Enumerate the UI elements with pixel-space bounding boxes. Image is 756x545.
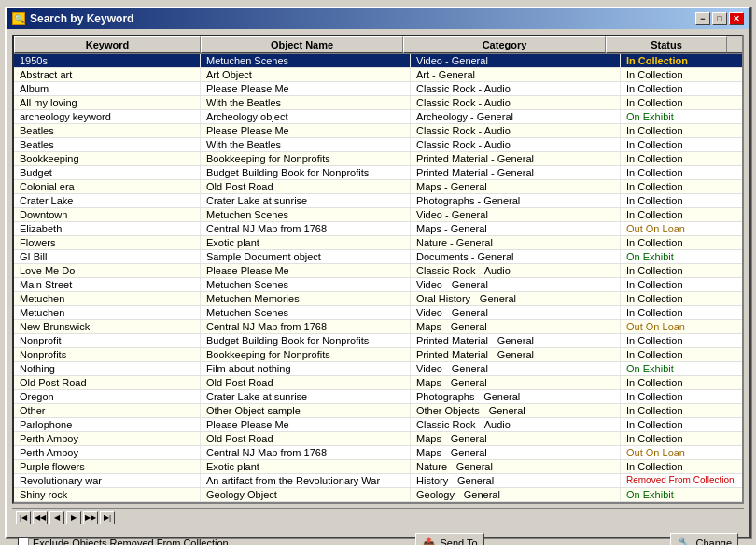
status-cell: In Collection — [621, 460, 742, 473]
table-row[interactable]: NonprofitBudget Building Book for Nonpro… — [14, 334, 742, 348]
table-row[interactable]: DowntownMetuchen ScenesVideo - GeneralIn… — [14, 208, 742, 222]
table-row[interactable]: New BrunswickCentral NJ Map from 1768Map… — [14, 320, 742, 334]
object-name-cell: With the Beatles — [201, 96, 411, 109]
status-cell: In Collection — [621, 96, 742, 109]
object-name-cell: An artifact from the Revolutionary War — [201, 474, 411, 487]
status-cell: In Collection — [621, 180, 742, 193]
nav-prev-page[interactable]: ◀◀ — [33, 511, 48, 524]
object-name-cell: Budget Building Book for Nonprofits — [201, 334, 411, 347]
table-row[interactable]: OtherOther Object sampleOther Objects - … — [14, 404, 742, 418]
nav-last[interactable]: ▶| — [100, 511, 115, 524]
exclude-label: Exclude Objects Removed From Collection — [33, 538, 229, 545]
category-cell: Maps - General — [411, 376, 621, 389]
object-name-cell: Central NJ Map from 1768 — [201, 222, 411, 235]
table-row[interactable]: NothingFilm about nothingVideo - General… — [14, 362, 742, 376]
exclude-checkbox-label[interactable]: Exclude Objects Removed From Collection — [18, 538, 229, 545]
col-header-object-name[interactable]: Object Name — [201, 36, 403, 53]
table-row[interactable]: Love Me DoPlease Please MeClassic Rock -… — [14, 264, 742, 278]
table-row[interactable]: Crater LakeCrater Lake at sunrisePhotogr… — [14, 194, 742, 208]
table-row[interactable]: Perth AmboyCentral NJ Map from 1768Maps … — [14, 446, 742, 460]
category-cell: Maps - General — [411, 432, 621, 445]
keyword-cell: Oregon — [14, 390, 201, 403]
keyword-cell: GI Bill — [14, 250, 201, 263]
category-cell: Archeology - General — [411, 110, 621, 123]
table-row[interactable]: AlbumPlease Please MeClassic Rock - Audi… — [14, 82, 742, 96]
table-row[interactable]: NonprofitsBookkeeping for NonprofitsPrin… — [14, 348, 742, 362]
table-body[interactable]: 1950sMetuchen ScenesVideo - GeneralIn Co… — [14, 54, 742, 502]
category-cell: Classic Rock - Audio — [411, 138, 621, 151]
table-row[interactable]: BeatlesPlease Please MeClassic Rock - Au… — [14, 124, 742, 138]
nav-prev[interactable]: ◀ — [49, 511, 64, 524]
change-button[interactable]: 🔧 Change — [670, 533, 738, 545]
close-title-button[interactable]: ✕ — [729, 12, 744, 25]
table-row[interactable]: BeatlesWith the BeatlesClassic Rock - Au… — [14, 138, 742, 152]
status-cell: In Collection — [621, 390, 742, 403]
table-row[interactable]: All my lovingWith the BeatlesClassic Roc… — [14, 96, 742, 110]
table-row[interactable]: MetuchenMetuchen MemoriesOral History - … — [14, 292, 742, 306]
col-header-category[interactable]: Category — [403, 36, 606, 53]
table-row[interactable]: Revolutionary warAn artifact from the Re… — [14, 474, 742, 488]
table-row[interactable]: BookkeepingBookkeeping for NonprofitsPri… — [14, 152, 742, 166]
object-name-cell: Please Please Me — [201, 82, 411, 95]
status-cell: In Collection — [621, 278, 742, 291]
category-cell: History - General — [411, 474, 621, 487]
category-cell: Photographs - General — [411, 194, 621, 207]
maximize-button[interactable]: □ — [712, 12, 727, 25]
keyword-cell: Perth Amboy — [14, 446, 201, 459]
table-row[interactable]: Perth AmboyOld Post RoadMaps - GeneralIn… — [14, 432, 742, 446]
nav-next-page[interactable]: ▶▶ — [83, 511, 98, 524]
table-row[interactable]: 1950sMetuchen ScenesVideo - GeneralIn Co… — [14, 54, 742, 68]
category-cell: Video - General — [411, 54, 621, 67]
keyword-cell: Love Me Do — [14, 264, 201, 277]
table-row[interactable]: BudgetBudget Building Book for Nonprofit… — [14, 166, 742, 180]
nav-first[interactable]: |◀ — [16, 511, 31, 524]
status-cell: In Collection — [621, 152, 742, 165]
keyword-cell: Nonprofit — [14, 334, 201, 347]
send-to-label: Send To — [441, 538, 478, 545]
keyword-cell: Crater Lake — [14, 194, 201, 207]
category-cell: Printed Material - General — [411, 334, 621, 347]
keyword-cell: Other — [14, 404, 201, 417]
object-name-cell: With the Beatles — [201, 138, 411, 151]
category-cell: Maps - General — [411, 180, 621, 193]
object-name-cell: Central NJ Map from 1768 — [201, 320, 411, 333]
object-name-cell: Please Please Me — [201, 264, 411, 277]
nav-next[interactable]: ▶ — [66, 511, 81, 524]
table-row[interactable]: Colonial eraOld Post RoadMaps - GeneralI… — [14, 180, 742, 194]
exclude-checkbox[interactable] — [18, 538, 29, 545]
minimize-button[interactable]: − — [695, 12, 710, 25]
table-row[interactable]: Main StreetMetuchen ScenesVideo - Genera… — [14, 278, 742, 292]
object-name-cell: Metuchen Scenes — [201, 54, 411, 67]
send-to-button[interactable]: 📤 Send To — [415, 533, 484, 545]
keyword-cell: Nonprofits — [14, 348, 201, 361]
object-name-cell: Metuchen Scenes — [201, 208, 411, 221]
status-cell: On Exhibit — [621, 362, 742, 375]
table-row[interactable]: MetuchenMetuchen ScenesVideo - GeneralIn… — [14, 306, 742, 320]
category-cell: Art - General — [411, 68, 621, 81]
table-row[interactable]: Shiny rockGeology ObjectGeology - Genera… — [14, 488, 742, 502]
keyword-cell: Bookkeeping — [14, 152, 201, 165]
table-row[interactable]: GI BillSample Document objectDocuments -… — [14, 250, 742, 264]
status-cell: In Collection — [621, 264, 742, 277]
table-row[interactable]: FlowersExotic plantNature - GeneralIn Co… — [14, 236, 742, 250]
table-row[interactable]: Old Post RoadOld Post RoadMaps - General… — [14, 376, 742, 390]
table-row[interactable]: ElizabethCentral NJ Map from 1768Maps - … — [14, 222, 742, 236]
category-cell: Other Objects - General — [411, 404, 621, 417]
object-name-cell: Other Object sample — [201, 404, 411, 417]
table-row[interactable]: OregonCrater Lake at sunrisePhotographs … — [14, 390, 742, 404]
table-row[interactable]: archeology keywordArcheology objectArche… — [14, 110, 742, 124]
col-header-keyword[interactable]: Keyword — [14, 36, 201, 53]
table-row[interactable]: ParlophonePlease Please MeClassic Rock -… — [14, 418, 742, 432]
object-name-cell: Please Please Me — [201, 418, 411, 431]
status-cell: In Collection — [621, 166, 742, 179]
status-cell: In Collection — [621, 138, 742, 151]
keyword-cell: Album — [14, 82, 201, 95]
keyword-cell: Revolutionary war — [14, 474, 201, 487]
table-row[interactable]: Abstract artArt ObjectArt - GeneralIn Co… — [14, 68, 742, 82]
object-name-cell: Geology Object — [201, 488, 411, 501]
window-icon: 🔍 — [12, 12, 25, 25]
keyword-cell: Metuchen — [14, 292, 201, 305]
table-row[interactable]: Purple flowersExotic plantNature - Gener… — [14, 460, 742, 474]
category-cell: Documents - General — [411, 250, 621, 263]
col-header-status[interactable]: Status — [606, 36, 727, 53]
